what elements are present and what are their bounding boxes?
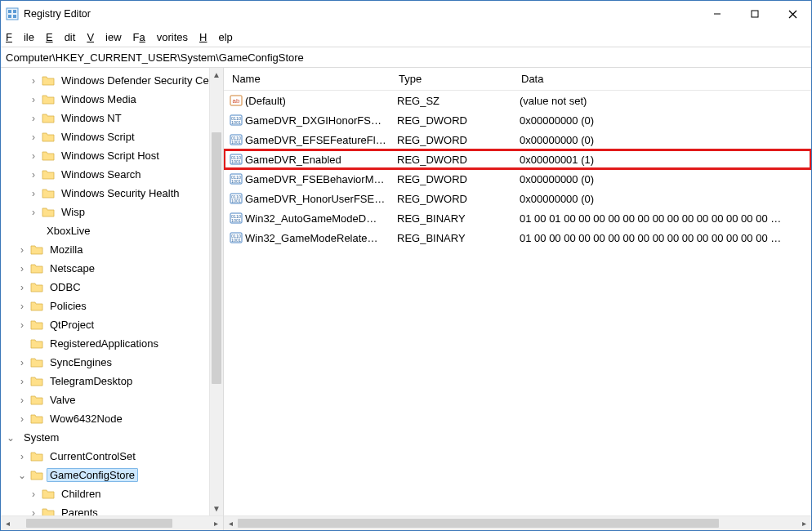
tree-item-label: Policies xyxy=(47,300,90,312)
chevron-right-icon[interactable]: › xyxy=(27,75,40,87)
list-view[interactable]: ab(Default)REG_SZ(value not set)01101001… xyxy=(224,91,811,515)
tree-item[interactable]: ›SyncEngines xyxy=(1,353,223,372)
list-row[interactable]: 01101001GameDVR_FSEBehaviorM…REG_DWORD0x… xyxy=(224,169,811,189)
chevron-right-icon[interactable]: › xyxy=(16,263,29,274)
tree-item[interactable]: ›QtProject xyxy=(1,315,223,334)
column-header-type[interactable]: Type xyxy=(395,73,518,85)
tree-item[interactable]: ›Children xyxy=(1,484,223,503)
tree-item[interactable]: ⌄System xyxy=(1,428,223,447)
chevron-right-icon[interactable]: › xyxy=(27,113,40,124)
chevron-right-icon[interactable]: › xyxy=(16,451,29,462)
menu-file[interactable]: File xyxy=(6,31,34,43)
address-input[interactable] xyxy=(1,50,811,65)
tree-item[interactable]: ›Parents xyxy=(1,503,223,515)
chevron-right-icon[interactable]: › xyxy=(16,357,29,368)
scroll-track[interactable] xyxy=(238,516,797,530)
chevron-right-icon[interactable]: › xyxy=(27,207,40,218)
svg-text:1001: 1001 xyxy=(231,120,241,125)
tree-item[interactable]: ›ODBC xyxy=(1,278,223,297)
scroll-track[interactable] xyxy=(15,516,209,530)
tree-item-label: Valve xyxy=(47,394,79,406)
minimize-button[interactable] xyxy=(698,1,736,27)
tree-item[interactable]: ›Windows Script xyxy=(1,127,223,146)
chevron-right-icon[interactable]: › xyxy=(27,188,40,199)
column-header-data[interactable]: Data xyxy=(518,73,811,85)
list-row[interactable]: 01101001Win32_GameModeRelate…REG_BINARY0… xyxy=(224,228,811,248)
value-data: 01 00 01 00 00 00 00 00 00 00 00 00 00 0… xyxy=(520,212,811,225)
tree-item[interactable]: ·RegisteredApplications xyxy=(1,334,223,353)
tree-vertical-scrollbar[interactable]: ▲ ▼ xyxy=(209,68,223,515)
menu-edit[interactable]: Edit xyxy=(46,31,75,43)
close-button[interactable] xyxy=(774,1,811,27)
chevron-right-icon[interactable]: › xyxy=(16,395,29,406)
menu-favorites[interactable]: Favorites xyxy=(133,31,188,43)
scroll-left-icon[interactable]: ◂ xyxy=(224,516,238,530)
svg-rect-4 xyxy=(13,15,16,18)
chevron-down-icon[interactable]: ⌄ xyxy=(16,470,29,481)
scroll-right-icon[interactable]: ▸ xyxy=(797,516,811,530)
tree-item[interactable]: ›Windows Script Host xyxy=(1,146,223,165)
chevron-right-icon[interactable]: › xyxy=(27,169,40,181)
menu-help[interactable]: Help xyxy=(199,31,233,43)
tree-item[interactable]: ›Wisp xyxy=(1,203,223,221)
menu-view[interactable]: View xyxy=(87,31,121,43)
tree-item[interactable]: ⌄GameConfigStore xyxy=(1,466,223,484)
scroll-thumb[interactable] xyxy=(238,519,719,528)
folder-icon xyxy=(30,281,43,294)
registry-editor-window: { "window": { "title": "Registry Editor"… xyxy=(0,0,812,531)
chevron-right-icon[interactable]: › xyxy=(16,319,29,331)
tree-item[interactable]: ›Netscape xyxy=(1,259,223,278)
folder-icon xyxy=(30,262,43,275)
tree-item[interactable]: ›Windows Media xyxy=(1,90,223,109)
scroll-right-icon[interactable]: ▸ xyxy=(209,516,223,530)
maximize-button[interactable] xyxy=(736,1,774,27)
chevron-right-icon[interactable]: › xyxy=(27,94,40,105)
tree-horizontal-scrollbar[interactable]: ◂ ▸ xyxy=(1,515,223,530)
scroll-down-icon[interactable]: ▼ xyxy=(210,502,223,515)
tree-item[interactable]: ›CurrentControlSet xyxy=(1,447,223,466)
value-data: (value not set) xyxy=(520,95,811,107)
folder-icon xyxy=(42,149,55,163)
list-row[interactable]: 01101001GameDVR_HonorUserFSE…REG_DWORD0x… xyxy=(224,189,811,208)
chevron-right-icon[interactable]: › xyxy=(16,282,29,293)
chevron-right-icon[interactable]: › xyxy=(16,301,29,312)
list-row[interactable]: 01101001GameDVR_EFSEFeatureFl…REG_DWORD0… xyxy=(224,130,811,149)
scroll-left-icon[interactable]: ◂ xyxy=(1,516,15,530)
tree-item[interactable]: ›Policies xyxy=(1,297,223,315)
scroll-thumb[interactable] xyxy=(26,519,172,528)
chevron-right-icon[interactable]: › xyxy=(27,489,40,500)
chevron-right-icon[interactable]: › xyxy=(16,244,29,256)
svg-text:ab: ab xyxy=(233,97,240,105)
chevron-right-icon[interactable]: › xyxy=(27,507,40,516)
scroll-up-icon[interactable]: ▲ xyxy=(210,68,223,82)
tree-item[interactable]: ›Valve xyxy=(1,390,223,409)
chevron-right-icon[interactable]: · xyxy=(27,225,40,237)
chevron-right-icon[interactable]: › xyxy=(27,150,40,162)
chevron-right-icon[interactable]: › xyxy=(27,132,40,143)
column-header-name[interactable]: Name xyxy=(229,73,395,85)
tree-item[interactable]: ›Wow6432Node xyxy=(1,409,223,428)
tree-view[interactable]: ›Windows Defender Security Ce›Windows Me… xyxy=(1,68,223,515)
tree-item[interactable]: ›TelegramDesktop xyxy=(1,372,223,390)
list-row[interactable]: 01101001GameDVR_EnabledREG_DWORD0x000000… xyxy=(224,149,811,169)
folder-icon xyxy=(42,131,55,144)
list-row[interactable]: 01101001GameDVR_DXGIHonorFS…REG_DWORD0x0… xyxy=(224,110,811,130)
list-row[interactable]: 01101001Win32_AutoGameModeD…REG_BINARY01… xyxy=(224,208,811,228)
chevron-down-icon[interactable]: ⌄ xyxy=(4,432,17,444)
value-type: REG_DWORD xyxy=(397,114,520,127)
tree-item[interactable]: ›Windows NT xyxy=(1,109,223,127)
tree-item[interactable]: ›Mozilla xyxy=(1,240,223,259)
list-row[interactable]: ab(Default)REG_SZ(value not set) xyxy=(224,91,811,110)
chevron-right-icon[interactable]: › xyxy=(16,376,29,387)
tree-item[interactable]: ·XboxLive xyxy=(1,221,223,240)
value-type: REG_BINARY xyxy=(397,232,520,244)
svg-text:1001: 1001 xyxy=(231,179,241,184)
scroll-thumb[interactable] xyxy=(212,132,221,384)
tree-item[interactable]: ›Windows Security Health xyxy=(1,184,223,203)
chevron-right-icon[interactable]: · xyxy=(16,338,29,350)
list-horizontal-scrollbar[interactable]: ◂ ▸ xyxy=(224,515,811,530)
tree-item[interactable]: ›Windows Defender Security Ce xyxy=(1,71,223,90)
chevron-right-icon[interactable]: › xyxy=(16,413,29,425)
scroll-track[interactable] xyxy=(210,82,223,502)
tree-item[interactable]: ›Windows Search xyxy=(1,165,223,184)
